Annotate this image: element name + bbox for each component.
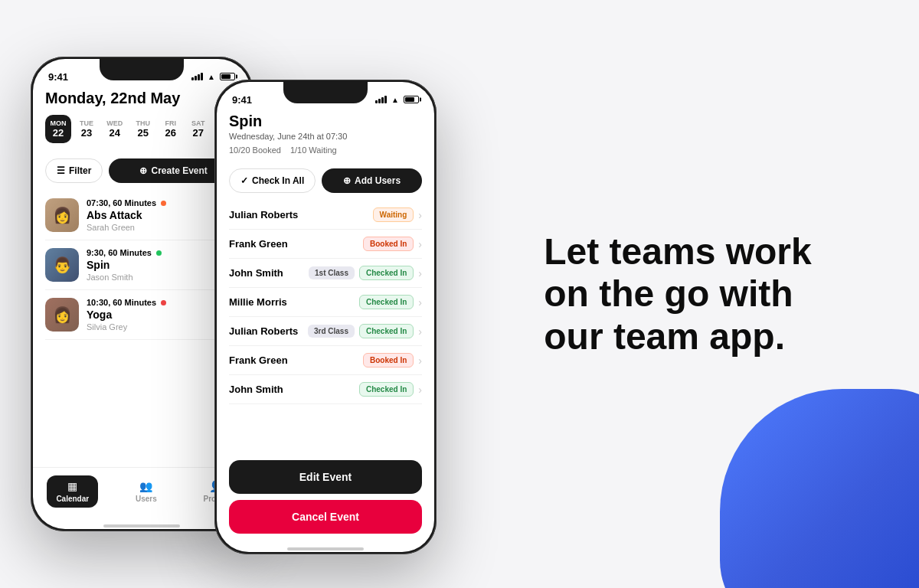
home-indicator-2 bbox=[287, 547, 364, 550]
users-icon: 👥 bbox=[139, 480, 152, 492]
event-name-2: Spin bbox=[87, 259, 234, 271]
tagline-section: Let teams work on the go with our team a… bbox=[437, 230, 888, 358]
attendee-item-7[interactable]: John Smith Checked In › bbox=[229, 375, 422, 404]
event-item-spin[interactable]: 👨 9:30, 60 Minutes Spin Jason Smith › bbox=[45, 240, 238, 290]
attendee-item-6[interactable]: Frank Green Booked In › bbox=[229, 346, 422, 375]
status-dot-red bbox=[161, 300, 166, 305]
attendee-name-4: Millie Morris bbox=[229, 296, 359, 308]
calendar-icon: ▦ bbox=[67, 480, 77, 492]
class-date: Wednesday, June 24th at 07:30 bbox=[229, 132, 422, 141]
battery-icon-2 bbox=[404, 96, 419, 103]
attendee-name-2: Frank Green bbox=[229, 238, 363, 250]
booked-stat: 10/20 Booked bbox=[229, 145, 281, 155]
chevron-right-icon-a7: › bbox=[418, 384, 422, 396]
add-users-button[interactable]: ⊕ Add Users bbox=[322, 168, 422, 193]
status-badge-waiting-1: Waiting bbox=[373, 207, 414, 222]
status-badge-booked-2: Booked In bbox=[363, 353, 414, 368]
attendee-name-6: Frank Green bbox=[229, 354, 363, 366]
status-dot-green bbox=[156, 250, 162, 256]
class-stats: 10/20 Booked 1/10 Waiting bbox=[229, 145, 422, 155]
tagline-text: Let teams work on the go with our team a… bbox=[544, 230, 811, 358]
chevron-right-icon-a2: › bbox=[418, 238, 422, 250]
status-badge-checked-1: Checked In bbox=[359, 266, 414, 280]
tagline-line2: on the go with bbox=[544, 273, 793, 314]
class-badge-1st: 1st Class bbox=[309, 266, 355, 279]
event-instructor-2: Jason Smith bbox=[87, 273, 234, 282]
event-item-abs-attack[interactable]: 👩 07:30, 60 Minutes Abs Attack Sarah Gre… bbox=[45, 191, 238, 240]
phone2-header: Spin Wednesday, June 24th at 07:30 10/20… bbox=[217, 113, 434, 168]
plus-circle-icon-2: ⊕ bbox=[343, 175, 351, 186]
phone2-time: 9:41 bbox=[232, 94, 252, 106]
chevron-right-icon-a1: › bbox=[418, 209, 422, 221]
phone-2: 9:41 ▲ Spin Wednesday, June 24th at 07:3… bbox=[214, 80, 437, 554]
calendar-row: MON 22 TUE 23 WED 24 THU bbox=[45, 115, 238, 143]
phone2-content: Spin Wednesday, June 24th at 07:30 10/20… bbox=[217, 113, 434, 552]
status-badge-checked-3: Checked In bbox=[359, 324, 414, 338]
phone1-notch bbox=[100, 59, 184, 80]
tagline-line1: Let teams work bbox=[544, 231, 811, 272]
phone2-status-icons: ▲ bbox=[375, 96, 419, 104]
attendee-list: Julian Roberts Waiting › Frank Green Boo… bbox=[217, 201, 434, 452]
calendar-day-wed[interactable]: WED 24 bbox=[102, 115, 128, 143]
filter-button[interactable]: ☰ Filter bbox=[45, 158, 103, 183]
attendee-name-5: Julian Roberts bbox=[229, 325, 308, 337]
battery-icon bbox=[220, 73, 235, 80]
phone1-time: 9:41 bbox=[48, 71, 68, 83]
filter-icon: ☰ bbox=[57, 165, 65, 176]
attendee-name-3: John Smith bbox=[229, 267, 309, 279]
event-instructor-1: Sarah Green bbox=[87, 223, 234, 232]
status-badge-booked-1: Booked In bbox=[363, 237, 414, 251]
attendee-item-1[interactable]: Julian Roberts Waiting › bbox=[229, 201, 422, 230]
event-info-3: 10:30, 60 Minutes Yoga Silvia Grey bbox=[87, 298, 234, 332]
chevron-right-icon-a4: › bbox=[418, 296, 422, 309]
event-name-3: Yoga bbox=[87, 309, 234, 321]
event-name-1: Abs Attack bbox=[87, 209, 234, 221]
signal-icon-2 bbox=[375, 96, 387, 103]
event-instructor-3: Silvia Grey bbox=[87, 322, 234, 332]
status-dot-orange bbox=[161, 201, 166, 206]
wifi-icon: ▲ bbox=[208, 73, 215, 81]
decorative-blob bbox=[720, 389, 919, 588]
event-info-1: 07:30, 60 Minutes Abs Attack Sarah Green bbox=[87, 198, 234, 232]
chevron-right-icon-a5: › bbox=[418, 325, 422, 338]
phone1-date: Monday, 22nd May bbox=[45, 90, 238, 107]
phone2-actions: ✓ Check In All ⊕ Add Users bbox=[217, 168, 434, 201]
nav-users[interactable]: 👥 Users bbox=[126, 475, 166, 508]
phone2-footer: Edit Event Cancel Event bbox=[217, 452, 434, 543]
calendar-day-thu[interactable]: THU 25 bbox=[131, 115, 155, 143]
home-indicator bbox=[103, 524, 180, 528]
attendee-item-4[interactable]: Millie Morris Checked In › bbox=[229, 288, 422, 317]
attendee-item-2[interactable]: Frank Green Booked In › bbox=[229, 230, 422, 259]
attendee-name-1: Julian Roberts bbox=[229, 209, 373, 220]
chevron-right-icon-a3: › bbox=[418, 267, 422, 279]
class-badge-3rd: 3rd Class bbox=[308, 325, 355, 338]
attendee-item-5[interactable]: Julian Roberts 3rd Class Checked In › bbox=[229, 317, 422, 346]
calendar-day-mon[interactable]: MON 22 bbox=[45, 115, 71, 143]
class-title: Spin bbox=[229, 113, 422, 130]
event-avatar-3: 👩 bbox=[45, 298, 79, 332]
phone2-notch bbox=[283, 82, 368, 103]
wifi-icon-2: ▲ bbox=[391, 96, 399, 104]
attendee-name-7: John Smith bbox=[229, 384, 359, 395]
checkmark-icon: ✓ bbox=[240, 175, 248, 186]
status-badge-checked-4: Checked In bbox=[359, 382, 414, 397]
event-item-yoga[interactable]: 👩 10:30, 60 Minutes Yoga Silvia Grey › bbox=[45, 290, 238, 340]
calendar-day-sat[interactable]: SAT 27 bbox=[186, 115, 211, 143]
event-avatar-1: 👩 bbox=[45, 198, 79, 232]
edit-event-button[interactable]: Edit Event bbox=[229, 460, 422, 494]
check-in-all-button[interactable]: ✓ Check In All bbox=[229, 168, 316, 193]
calendar-day-tue[interactable]: TUE 23 bbox=[74, 115, 99, 143]
calendar-day-fri[interactable]: FRI 26 bbox=[159, 115, 183, 143]
tagline-line3: our team app. bbox=[544, 316, 785, 357]
plus-circle-icon: ⊕ bbox=[139, 165, 147, 176]
waiting-stat: 1/10 Waiting bbox=[290, 145, 337, 155]
event-info-2: 9:30, 60 Minutes Spin Jason Smith bbox=[87, 248, 234, 282]
phone1-status-icons: ▲ bbox=[191, 73, 235, 81]
cancel-event-button[interactable]: Cancel Event bbox=[229, 500, 422, 534]
status-badge-checked-2: Checked In bbox=[359, 295, 414, 309]
nav-calendar[interactable]: ▦ Calendar bbox=[47, 475, 98, 508]
attendee-item-3[interactable]: John Smith 1st Class Checked In › bbox=[229, 259, 422, 288]
chevron-right-icon-a6: › bbox=[418, 354, 422, 367]
event-avatar-2: 👨 bbox=[45, 248, 79, 282]
signal-icon bbox=[191, 73, 203, 80]
